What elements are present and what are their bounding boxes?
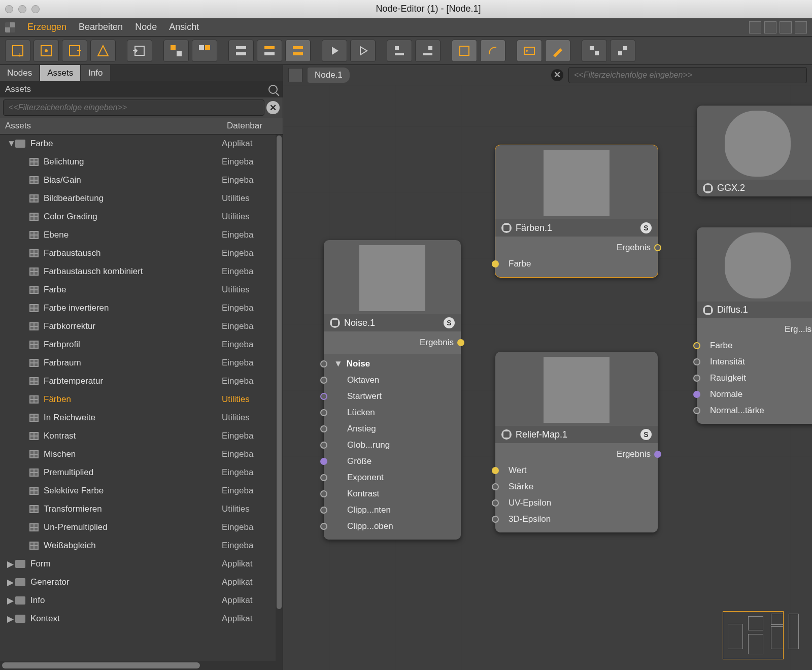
tree-item[interactable]: In ReichweiteUtilities — [0, 409, 283, 427]
tree-item[interactable]: Bias/GainEingeba — [0, 171, 283, 189]
tree-item[interactable]: Farbaustausch kombiniertEingeba — [0, 262, 283, 281]
output-port[interactable] — [654, 244, 661, 251]
graph-filter-input[interactable] — [568, 67, 807, 83]
tool-misc-2[interactable] — [610, 40, 635, 62]
tab-nodes[interactable]: Nodes — [0, 65, 39, 81]
solo-icon[interactable]: S — [640, 222, 652, 233]
input-port[interactable] — [320, 377, 327, 384]
expand-icon[interactable]: ▶ — [7, 559, 15, 570]
tree-item[interactable]: Color GradingUtilities — [0, 208, 283, 226]
tree-item[interactable]: BildbearbeitungUtilities — [0, 189, 283, 208]
column-database[interactable]: Datenbar — [222, 118, 283, 134]
input-port[interactable] — [320, 490, 327, 497]
tree-item[interactable]: KontrastEingeba — [0, 427, 283, 445]
add-panel-icon[interactable] — [795, 21, 807, 34]
tool-node-in[interactable] — [33, 40, 59, 62]
tool-rows-1[interactable] — [228, 40, 254, 62]
node-noise[interactable]: Noise.1 S Ergebnis ▼Noise OktavenStartwe… — [324, 240, 461, 540]
output-port[interactable] — [654, 451, 661, 458]
graph-breadcrumb[interactable]: Node.1 — [308, 68, 350, 83]
menu-erzeugen[interactable]: Erzeugen — [27, 22, 66, 32]
input-port[interactable] — [693, 407, 700, 414]
tool-import[interactable] — [127, 40, 152, 62]
tool-play[interactable] — [322, 40, 347, 62]
tree-item[interactable]: Farbe invertierenEingeba — [0, 299, 283, 317]
tree-folder[interactable]: ▶KontextApplikat — [0, 610, 283, 628]
menu-bearbeiten[interactable]: Bearbeiten — [79, 22, 123, 32]
input-port[interactable] — [693, 375, 700, 382]
input-port[interactable] — [320, 409, 327, 416]
minimize-window-icon[interactable] — [18, 5, 26, 13]
input-port[interactable] — [320, 425, 327, 432]
clear-filter-icon[interactable]: ✕ — [266, 101, 280, 114]
search-icon[interactable] — [268, 85, 278, 94]
input-port[interactable] — [320, 474, 327, 481]
tree-item[interactable]: FarbeUtilities — [0, 281, 283, 299]
graph-minimap[interactable] — [723, 611, 804, 662]
tree-item[interactable]: FärbenUtilities — [0, 390, 283, 409]
tree-item[interactable]: PremultipliedEingeba — [0, 463, 283, 482]
expand-icon[interactable]: ▶ — [7, 595, 15, 606]
node-relief[interactable]: Relief-Map.1 S Ergebnis Wert Stärke UV-E… — [495, 352, 658, 532]
layout-icon-1[interactable] — [749, 21, 761, 34]
input-port[interactable] — [320, 442, 327, 449]
input-port[interactable] — [492, 260, 499, 267]
tree-item[interactable]: Selektive FarbeEingeba — [0, 482, 283, 500]
vertical-scrollbar[interactable] — [276, 135, 283, 661]
close-window-icon[interactable] — [5, 5, 13, 13]
tool-brush[interactable] — [545, 40, 570, 62]
tool-align-1[interactable] — [387, 40, 412, 62]
tool-node-out[interactable] — [62, 40, 87, 62]
tool-frame[interactable] — [452, 40, 477, 62]
graph-close-icon[interactable]: ✕ — [551, 69, 563, 81]
tree-item[interactable]: BelichtungEingeba — [0, 153, 283, 171]
tree-folder[interactable]: ▶InfoApplikat — [0, 591, 283, 610]
zoom-window-icon[interactable] — [31, 5, 40, 13]
menu-node[interactable]: Node — [135, 22, 157, 32]
column-assets[interactable]: Assets — [0, 118, 222, 134]
expand-icon[interactable]: ▶ — [7, 577, 15, 588]
tree-item[interactable]: MischenEingeba — [0, 445, 283, 463]
expand-icon[interactable]: ▶ — [7, 614, 15, 624]
input-port[interactable] — [693, 391, 700, 398]
tree-item[interactable]: WeißabgleichEingeba — [0, 537, 283, 555]
tree-item[interactable]: FarbtemperaturEingeba — [0, 372, 283, 390]
tool-new-node[interactable]: + — [5, 40, 30, 62]
tool-triangle[interactable] — [90, 40, 116, 62]
tree-item[interactable]: FarbkorrekturEingeba — [0, 317, 283, 336]
tab-info[interactable]: Info — [81, 65, 110, 81]
layout-icon-2[interactable] — [764, 21, 776, 34]
tree-item[interactable]: FarbprofilEingeba — [0, 336, 283, 354]
tree-item[interactable]: Un-PremultipliedEingeba — [0, 518, 283, 537]
asset-tree[interactable]: ▼FarbeApplikatBelichtungEingebaBias/Gain… — [0, 135, 283, 628]
tool-preview[interactable] — [517, 40, 542, 62]
node-ggx[interactable]: GGX.2 — [697, 106, 812, 196]
input-port[interactable] — [693, 358, 700, 365]
input-port[interactable] — [320, 507, 327, 514]
input-port[interactable] — [492, 499, 499, 507]
menu-ansicht[interactable]: Ansicht — [169, 22, 199, 32]
tree-item[interactable]: TransformierenUtilities — [0, 500, 283, 518]
tool-group-2[interactable] — [192, 40, 217, 62]
input-port[interactable] — [320, 393, 327, 400]
tool-play-alt[interactable] — [350, 40, 376, 62]
lock-icon[interactable] — [780, 21, 792, 34]
asset-filter-input[interactable] — [3, 99, 264, 116]
tool-rows-3[interactable] — [285, 40, 311, 62]
input-port[interactable] — [492, 467, 499, 474]
solo-icon[interactable]: S — [444, 317, 455, 328]
tool-misc-1[interactable] — [582, 40, 607, 62]
tab-assets[interactable]: Assets — [40, 65, 80, 81]
tree-folder[interactable]: ▶FormApplikat — [0, 555, 283, 573]
tree-folder[interactable]: ▼FarbeApplikat — [0, 135, 283, 153]
graph-home-icon[interactable] — [288, 68, 302, 82]
tree-item[interactable]: EbeneEingeba — [0, 226, 283, 244]
horizontal-scrollbar[interactable] — [0, 661, 283, 670]
expand-icon[interactable]: ▼ — [7, 139, 15, 149]
tree-item[interactable]: FarbraumEingeba — [0, 354, 283, 372]
tree-folder[interactable]: ▶GeneratorApplikat — [0, 573, 283, 591]
input-port[interactable] — [693, 342, 700, 349]
input-port[interactable] — [492, 483, 499, 490]
tool-rows-2[interactable] — [257, 40, 282, 62]
input-port[interactable] — [320, 523, 327, 530]
